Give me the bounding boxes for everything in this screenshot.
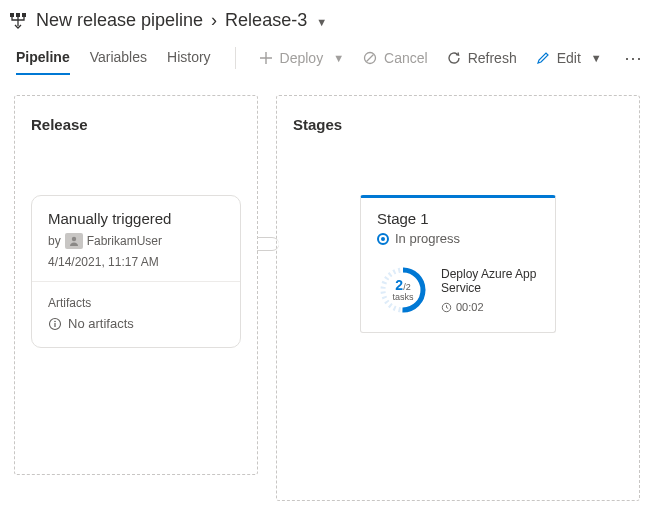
stages-panel: Stages Stage 1 In progress 2/2 xyxy=(276,95,640,501)
deploy-button[interactable]: Deploy ▼ xyxy=(258,50,344,66)
release-name-label: Release-3 xyxy=(225,10,307,30)
progress-current: 2 xyxy=(395,277,403,293)
tasks-label: tasks xyxy=(392,292,413,302)
separator xyxy=(235,47,236,69)
author-name[interactable]: FabrikamUser xyxy=(87,234,162,248)
edit-label: Edit xyxy=(557,50,581,66)
more-button[interactable]: ⋯ xyxy=(620,47,648,69)
release-card[interactable]: Manually triggered by FabrikamUser 4/14/… xyxy=(31,195,241,348)
stage-status: In progress xyxy=(377,231,539,246)
tabs: Pipeline Variables History xyxy=(16,41,211,75)
cancel-button[interactable]: Cancel xyxy=(362,50,428,66)
svg-point-5 xyxy=(71,237,75,241)
release-trigger: Manually triggered xyxy=(48,210,224,227)
svg-rect-2 xyxy=(22,13,26,17)
clock-icon xyxy=(441,302,452,313)
cancel-icon xyxy=(362,50,378,66)
plus-icon xyxy=(258,50,274,66)
svg-rect-8 xyxy=(54,323,55,327)
tab-variables[interactable]: Variables xyxy=(90,41,147,75)
stage-card[interactable]: Stage 1 In progress 2/2 tas xyxy=(360,195,556,333)
stage-name: Stage 1 xyxy=(377,210,539,227)
chevron-down-icon: ▼ xyxy=(591,52,602,64)
progress-ring: 2/2 tasks xyxy=(377,264,429,316)
by-label: by xyxy=(48,234,61,248)
release-panel-title: Release xyxy=(31,116,241,133)
stage-status-text: In progress xyxy=(395,231,460,246)
refresh-label: Refresh xyxy=(468,50,517,66)
svg-rect-1 xyxy=(16,13,20,17)
pencil-icon xyxy=(535,50,551,66)
in-progress-icon xyxy=(377,233,389,245)
refresh-button[interactable]: Refresh xyxy=(446,50,517,66)
tab-history[interactable]: History xyxy=(167,41,211,75)
chevron-down-icon: ▼ xyxy=(333,52,344,64)
release-panel: Release Manually triggered by FabrikamUs… xyxy=(14,95,258,475)
chevron-down-icon: ▼ xyxy=(316,16,327,28)
no-artifacts: No artifacts xyxy=(48,316,224,331)
pipeline-name[interactable]: New release pipeline xyxy=(36,10,203,31)
release-author: by FabrikamUser xyxy=(48,233,224,249)
progress-total: /2 xyxy=(403,282,411,292)
tab-pipeline[interactable]: Pipeline xyxy=(16,41,70,75)
deploy-label: Deploy xyxy=(280,50,324,66)
no-artifacts-text: No artifacts xyxy=(68,316,134,331)
stages-panel-title: Stages xyxy=(293,116,623,133)
release-timestamp: 4/14/2021, 11:17 AM xyxy=(48,255,224,269)
svg-point-7 xyxy=(54,320,56,322)
task-elapsed: 00:02 xyxy=(441,301,539,313)
release-name-dropdown[interactable]: Release-3 ▼ xyxy=(225,10,327,31)
svg-line-4 xyxy=(367,55,374,62)
action-bar: Deploy ▼ Cancel Refresh Edit ▼ ⋯ xyxy=(239,47,648,69)
svg-rect-0 xyxy=(10,13,14,17)
toolbar: Pipeline Variables History Deploy ▼ Canc… xyxy=(0,35,671,75)
cancel-label: Cancel xyxy=(384,50,428,66)
edit-button[interactable]: Edit ▼ xyxy=(535,50,602,66)
main-area: Release Manually triggered by FabrikamUs… xyxy=(0,75,671,515)
artifacts-label: Artifacts xyxy=(48,296,224,310)
elapsed-text: 00:02 xyxy=(456,301,484,313)
task-name: Deploy Azure App Service xyxy=(441,267,539,295)
connector-line xyxy=(257,237,279,251)
breadcrumb: New release pipeline › Release-3 ▼ xyxy=(0,0,671,35)
breadcrumb-separator: › xyxy=(211,10,217,31)
pipeline-icon xyxy=(10,12,28,30)
info-icon xyxy=(48,317,62,331)
refresh-icon xyxy=(446,50,462,66)
avatar xyxy=(65,233,83,249)
